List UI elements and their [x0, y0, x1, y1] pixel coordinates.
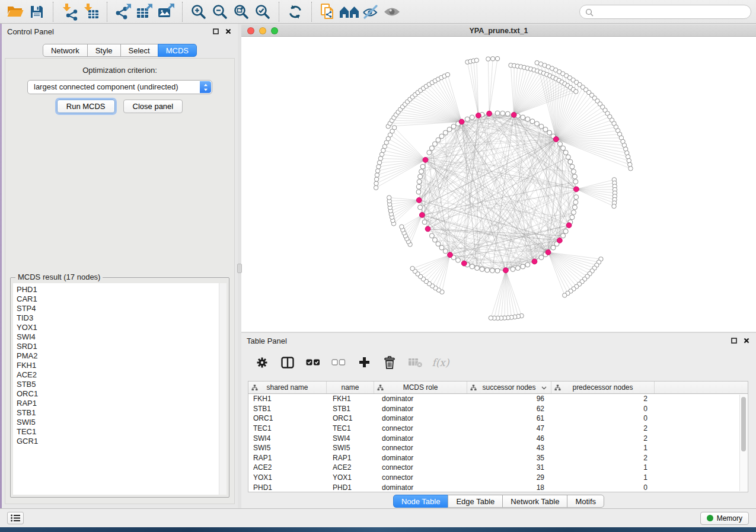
- mcds-result-item[interactable]: CAR1: [13, 294, 227, 304]
- table-row[interactable]: ACE2ACE2connector311: [248, 463, 748, 473]
- tab-select[interactable]: Select: [120, 44, 158, 57]
- refresh-layout-button[interactable]: [285, 2, 306, 22]
- mcds-result-item[interactable]: GCR1: [13, 437, 227, 446]
- close-table-panel-button[interactable]: [742, 336, 751, 345]
- window-close-button[interactable]: [247, 27, 254, 34]
- splitter-grabber[interactable]: [237, 264, 242, 273]
- show-all-button[interactable]: [381, 2, 403, 22]
- network-graph[interactable]: [241, 37, 756, 332]
- column-header-name[interactable]: name: [327, 382, 374, 393]
- column-header-mcds-role[interactable]: MCDS role: [374, 382, 467, 393]
- table-row[interactable]: STB1STB1dominator620: [248, 404, 748, 414]
- unselect-all-columns-button[interactable]: [331, 355, 346, 370]
- select-all-columns-button[interactable]: [305, 355, 321, 370]
- mcds-result-item[interactable]: PHD1: [13, 285, 227, 294]
- mcds-result-item[interactable]: SWI4: [13, 332, 227, 342]
- table-row[interactable]: PHD1PHD1dominator180: [248, 482, 748, 492]
- mcds-result-item[interactable]: TEC1: [13, 427, 227, 437]
- mcds-result-item[interactable]: FKH1: [13, 361, 227, 370]
- toolbar-separator: [311, 2, 312, 22]
- select-stepper-icon: [200, 81, 211, 93]
- network-canvas[interactable]: [241, 37, 756, 332]
- table-scrollbar[interactable]: [739, 395, 747, 491]
- table-row[interactable]: FKH1FKH1dominator962: [248, 394, 748, 404]
- column-header-successor-nodes[interactable]: successor nodes: [467, 382, 551, 393]
- mcds-result-item[interactable]: PMA2: [13, 351, 227, 361]
- show-column-button[interactable]: [280, 355, 295, 370]
- zoom-selected-button[interactable]: [252, 2, 273, 22]
- zoom-fit-icon: [233, 4, 250, 20]
- table-tab-edge-table[interactable]: Edge Table: [448, 495, 503, 508]
- import-table-button[interactable]: [80, 2, 101, 22]
- panel-selector-button[interactable]: [7, 512, 24, 524]
- network-window-title: YPA_prune.txt_1: [469, 27, 528, 35]
- zoom-in-icon: [190, 4, 207, 20]
- close-mcds-panel-button[interactable]: Close panel: [123, 100, 183, 113]
- table-options-button[interactable]: [254, 355, 270, 370]
- run-mcds-button[interactable]: Run MCDS: [57, 100, 115, 113]
- tab-style[interactable]: Style: [87, 44, 121, 57]
- delete-column-button[interactable]: [382, 355, 397, 370]
- open-session-button[interactable]: [5, 2, 26, 22]
- mcds-result-item[interactable]: YOX1: [13, 323, 227, 332]
- window-minimize-button[interactable]: [259, 27, 266, 34]
- eye-slash-icon: [362, 4, 379, 20]
- column-header-predecessor-nodes[interactable]: predecessor nodes: [551, 382, 655, 393]
- copy-network-button[interactable]: [317, 2, 339, 22]
- search-field[interactable]: [579, 5, 751, 19]
- tab-network[interactable]: Network: [43, 44, 88, 57]
- table-row[interactable]: SWI5SWI5connector431: [248, 443, 748, 453]
- export-image-button[interactable]: [155, 2, 177, 22]
- mcds-result-item[interactable]: SWI5: [13, 418, 227, 427]
- mcds-result-item[interactable]: STB1: [13, 408, 227, 418]
- control-panel-tabs: NetworkStyleSelectMCDS: [2, 39, 238, 57]
- tab-mcds[interactable]: MCDS: [158, 44, 197, 57]
- table-scrollbar-thumb[interactable]: [741, 397, 746, 451]
- refresh-icon: [287, 4, 304, 20]
- import-network-button[interactable]: [59, 2, 80, 22]
- mcds-result-item[interactable]: SRD1: [13, 342, 227, 351]
- table-tab-node-table[interactable]: Node Table: [393, 495, 449, 508]
- table-row[interactable]: RAP1RAP1dominator352: [248, 453, 748, 463]
- mcds-result-item[interactable]: ACE2: [13, 370, 227, 380]
- mcds-result-item[interactable]: STB5: [13, 380, 227, 389]
- zoom-out-button[interactable]: [209, 2, 231, 22]
- desktop-background: [0, 527, 756, 532]
- delete-table-button: [407, 355, 423, 370]
- window-zoom-button[interactable]: [271, 27, 278, 34]
- export-network-button[interactable]: [113, 2, 134, 22]
- table-tab-motifs[interactable]: Motifs: [567, 495, 604, 508]
- table-row[interactable]: YOX1YOX1connector291: [248, 473, 748, 483]
- table-row[interactable]: TEC1TEC1connector472: [248, 424, 748, 434]
- create-column-button[interactable]: [356, 355, 372, 370]
- network-window: YPA_prune.txt_1: [241, 25, 756, 332]
- export-table-button[interactable]: [134, 2, 155, 22]
- control-panel: Control Panel NetworkStyleSelectMCDS Opt…: [2, 24, 238, 508]
- import-table-icon: [82, 3, 100, 21]
- table-tab-network-table[interactable]: Network Table: [502, 495, 567, 508]
- search-input[interactable]: [595, 6, 745, 18]
- hide-selected-button[interactable]: [360, 2, 381, 22]
- table-row[interactable]: SWI4SWI4dominator462: [248, 433, 748, 443]
- criterion-select[interactable]: largest connected component (undirected): [27, 80, 212, 94]
- mcds-result-item[interactable]: TID3: [13, 313, 227, 323]
- zoom-fit-button[interactable]: [231, 2, 252, 22]
- first-neighbors-button[interactable]: [339, 2, 360, 22]
- mcds-result-item[interactable]: RAP1: [13, 399, 227, 408]
- close-control-panel-button[interactable]: [224, 27, 232, 36]
- save-session-button[interactable]: [26, 2, 47, 22]
- float-table-panel-button[interactable]: [730, 336, 738, 345]
- function-builder-button: f(x): [433, 355, 448, 370]
- float-control-panel-button[interactable]: [212, 27, 220, 36]
- close-icon: [225, 28, 231, 34]
- mcds-result-item[interactable]: STP4: [13, 304, 227, 313]
- mcds-list-scrollbar[interactable]: [219, 283, 227, 495]
- table-row[interactable]: ORC1ORC1dominator610: [248, 414, 748, 424]
- mcds-result-item[interactable]: ORC1: [13, 389, 227, 399]
- export-table-icon: [136, 3, 154, 21]
- column-header-shared-name[interactable]: shared name: [248, 382, 327, 393]
- memory-button[interactable]: Memory: [700, 512, 749, 525]
- delete-table-icon: [408, 357, 423, 368]
- zoom-in-button[interactable]: [188, 2, 209, 22]
- list-icon: [11, 514, 21, 522]
